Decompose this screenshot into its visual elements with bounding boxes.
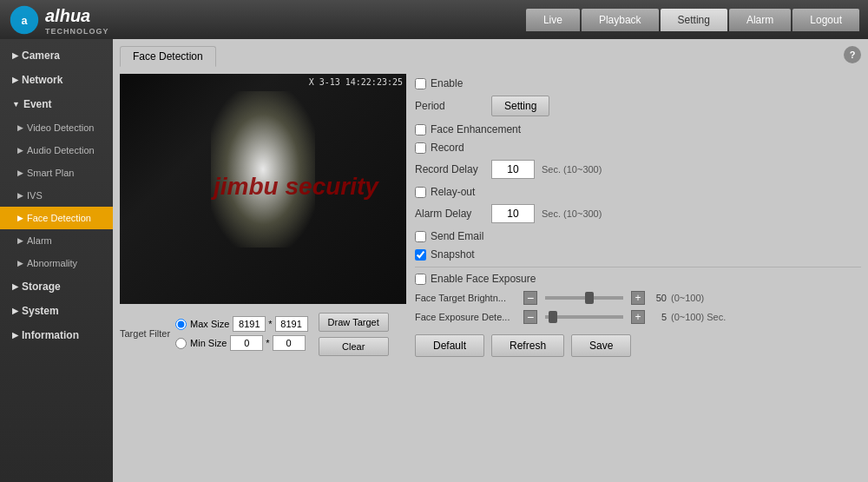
face-exposure-dete-label: Face Exposure Dete... — [415, 312, 519, 322]
target-filter: Target Filter Max Size * — [120, 311, 406, 356]
enable-row: Enable — [415, 77, 861, 89]
max-size-inputs: * — [233, 316, 307, 332]
face-target-brightness-label: Face Target Brightn... — [415, 293, 519, 303]
record-checkbox[interactable] — [415, 142, 426, 154]
nav-tab-live[interactable]: Live — [526, 9, 580, 31]
send-email-checkbox[interactable] — [415, 231, 426, 242]
sidebar: ▶ Camera ▶ Network ▼ Event ▶ Video Detec… — [0, 39, 113, 482]
sidebar-item-storage[interactable]: ▶ Storage — [0, 274, 113, 299]
chevron-right-icon: ▶ — [17, 168, 23, 177]
nav-tab-playback[interactable]: Playback — [582, 9, 659, 31]
size-separator2: * — [266, 338, 269, 348]
min-size-inputs: * — [230, 335, 305, 351]
enable-face-exposure-checkbox[interactable] — [415, 274, 426, 285]
min-size-radio[interactable] — [175, 338, 187, 349]
chevron-right-icon: ▶ — [12, 51, 18, 60]
snapshot-label: Snapshot — [431, 248, 475, 261]
sidebar-item-face-detection[interactable]: ▶ Face Detection — [0, 207, 113, 229]
min-size-row: Min Size * — [175, 335, 308, 351]
enable-checkbox[interactable] — [415, 78, 426, 89]
enable-face-exposure-label: Enable Face Exposure — [431, 273, 536, 285]
send-email-label: Send Email — [431, 230, 483, 242]
logo: a alhua TECHNOLOGY — [9, 4, 109, 36]
face-enhancement-row: Face Enhancement — [415, 123, 861, 135]
sidebar-item-camera[interactable]: ▶ Camera — [0, 43, 113, 68]
target-filter-buttons: Draw Target Clear — [319, 311, 389, 356]
nav-tab-setting[interactable]: Setting — [661, 9, 727, 31]
video-light-effect — [211, 91, 315, 248]
sidebar-item-ivs[interactable]: ▶ IVS — [0, 184, 113, 207]
clear-button[interactable]: Clear — [319, 337, 389, 356]
nav-tab-alarm[interactable]: Alarm — [729, 9, 791, 31]
target-filter-label: Target Filter — [120, 328, 170, 339]
max-width-input[interactable] — [233, 316, 266, 332]
alarm-delay-input[interactable] — [491, 204, 535, 223]
sidebar-item-information[interactable]: ▶ Information — [0, 323, 113, 347]
sidebar-item-network[interactable]: ▶ Network — [0, 68, 113, 92]
right-panel: Enable Period Setting Face Enhancement R… — [415, 74, 861, 360]
video-timestamp: X 3-13 14:22:23:25 — [309, 77, 403, 87]
inner-content: jimbu security X 3-13 14:22:23:25 Target… — [120, 74, 861, 360]
record-label: Record — [431, 142, 464, 154]
chevron-right-icon: ▶ — [17, 259, 23, 267]
relay-out-label: Relay-out — [431, 186, 475, 198]
min-size-label: Min Size — [190, 338, 227, 348]
face-brightness-slider-thumb[interactable] — [585, 292, 594, 304]
help-button[interactable]: ? — [844, 46, 861, 63]
chevron-right-icon: ▶ — [17, 146, 23, 155]
sidebar-item-smart-plan[interactable]: ▶ Smart Plan — [0, 162, 113, 184]
chevron-right-icon: ▶ — [12, 331, 18, 340]
send-email-row: Send Email — [415, 230, 861, 242]
snapshot-row: Snapshot — [415, 248, 861, 261]
tab-face-detection[interactable]: Face Detection — [120, 46, 216, 67]
sidebar-item-system[interactable]: ▶ System — [0, 299, 113, 323]
face-brightness-plus-button[interactable]: + — [631, 291, 645, 305]
record-delay-unit: Sec. (10~300) — [542, 164, 602, 175]
face-exposure-minus-button[interactable]: − — [523, 310, 537, 324]
draw-target-button[interactable]: Draw Target — [319, 313, 389, 332]
period-label: Period — [415, 100, 484, 112]
tab-bar: Face Detection ? — [120, 46, 861, 67]
max-size-radio[interactable] — [175, 319, 187, 330]
bottom-buttons: Default Refresh Save — [415, 334, 861, 357]
svg-text:a: a — [21, 15, 28, 27]
sidebar-item-audio-detection[interactable]: ▶ Audio Detection — [0, 139, 113, 162]
face-brightness-range: (0~100) — [671, 293, 704, 303]
save-button[interactable]: Save — [571, 334, 631, 357]
logo-sub: TECHNOLOGY — [45, 27, 109, 36]
period-setting-button[interactable]: Setting — [491, 96, 549, 116]
record-delay-label: Record Delay — [415, 163, 484, 175]
snapshot-checkbox[interactable] — [415, 249, 426, 261]
face-target-brightness-row: Face Target Brightn... − + 50 (0~100) — [415, 291, 861, 305]
refresh-button[interactable]: Refresh — [491, 334, 564, 357]
sidebar-item-alarm[interactable]: ▶ Alarm — [0, 229, 113, 252]
nav-tab-logout[interactable]: Logout — [792, 9, 859, 31]
face-brightness-slider-track[interactable] — [545, 296, 623, 300]
face-exposure-value: 5 — [649, 312, 667, 322]
face-exposure-slider-track[interactable] — [545, 315, 623, 319]
sidebar-item-abnormality[interactable]: ▶ Abnormality — [0, 252, 113, 274]
face-exposure-slider-thumb[interactable] — [549, 311, 557, 323]
sidebar-item-video-detection[interactable]: ▶ Video Detection — [0, 116, 113, 139]
sidebar-item-event[interactable]: ▼ Event — [0, 92, 113, 116]
chevron-right-icon: ▶ — [12, 282, 18, 291]
enable-face-exposure-row: Enable Face Exposure — [415, 273, 861, 285]
max-size-label: Max Size — [190, 319, 229, 329]
nav-tabs: Live Playback Setting Alarm Logout — [526, 9, 859, 31]
relay-out-row: Relay-out — [415, 186, 861, 198]
min-height-input[interactable] — [273, 335, 306, 351]
radio-group: Max Size * Min Size — [175, 316, 308, 351]
face-brightness-minus-button[interactable]: − — [523, 291, 537, 305]
relay-out-checkbox[interactable] — [415, 187, 426, 198]
size-separator: * — [268, 319, 272, 329]
min-width-input[interactable] — [230, 335, 263, 351]
enable-label: Enable — [431, 77, 463, 89]
chevron-right-icon: ▶ — [17, 191, 23, 200]
max-height-input[interactable] — [275, 316, 308, 332]
face-enhancement-checkbox[interactable] — [415, 124, 426, 135]
record-delay-input[interactable] — [491, 160, 535, 179]
face-exposure-plus-button[interactable]: + — [631, 310, 645, 324]
max-size-row: Max Size * — [175, 316, 308, 332]
default-button[interactable]: Default — [415, 334, 484, 357]
chevron-right-icon: ▶ — [12, 76, 18, 84]
